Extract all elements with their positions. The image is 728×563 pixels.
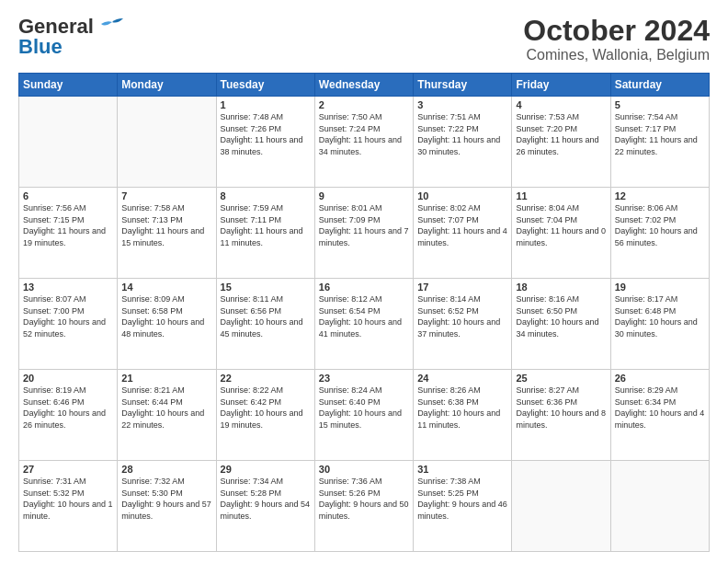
day-info: Sunrise: 8:27 AM Sunset: 6:36 PM Dayligh… [516, 385, 606, 431]
col-thursday: Thursday [414, 74, 512, 97]
day-cell: 9Sunrise: 8:01 AM Sunset: 7:09 PM Daylig… [314, 188, 413, 279]
day-cell: 14Sunrise: 8:09 AM Sunset: 6:58 PM Dayli… [118, 279, 216, 370]
day-number: 30 [319, 464, 409, 475]
day-info: Sunrise: 8:06 AM Sunset: 7:02 PM Dayligh… [615, 202, 705, 248]
day-info: Sunrise: 7:53 AM Sunset: 7:20 PM Dayligh… [516, 111, 606, 157]
day-cell [610, 461, 709, 552]
day-info: Sunrise: 8:04 AM Sunset: 7:04 PM Dayligh… [516, 202, 606, 248]
logo-blue: Blue [18, 35, 63, 59]
week-row-1: 1Sunrise: 7:48 AM Sunset: 7:26 PM Daylig… [19, 97, 710, 188]
day-cell: 2Sunrise: 7:50 AM Sunset: 7:24 PM Daylig… [314, 97, 413, 188]
day-cell: 3Sunrise: 7:51 AM Sunset: 7:22 PM Daylig… [414, 97, 512, 188]
day-cell: 25Sunrise: 8:27 AM Sunset: 6:36 PM Dayli… [512, 370, 610, 461]
day-cell: 31Sunrise: 7:38 AM Sunset: 5:25 PM Dayli… [414, 461, 512, 552]
day-info: Sunrise: 8:24 AM Sunset: 6:40 PM Dayligh… [319, 385, 409, 431]
day-number: 20 [23, 373, 113, 384]
day-number: 19 [615, 282, 705, 293]
week-row-5: 27Sunrise: 7:31 AM Sunset: 5:32 PM Dayli… [19, 461, 710, 552]
calendar-table: Sunday Monday Tuesday Wednesday Thursday… [18, 73, 710, 552]
day-info: Sunrise: 7:31 AM Sunset: 5:32 PM Dayligh… [23, 476, 113, 522]
day-number: 27 [23, 464, 113, 475]
day-cell: 20Sunrise: 8:19 AM Sunset: 6:46 PM Dayli… [19, 370, 118, 461]
day-number: 25 [516, 373, 606, 384]
day-info: Sunrise: 8:09 AM Sunset: 6:58 PM Dayligh… [121, 293, 211, 339]
day-cell: 15Sunrise: 8:11 AM Sunset: 6:56 PM Dayli… [216, 279, 314, 370]
day-info: Sunrise: 7:36 AM Sunset: 5:26 PM Dayligh… [319, 476, 409, 522]
col-tuesday: Tuesday [216, 74, 314, 97]
day-cell: 26Sunrise: 8:29 AM Sunset: 6:34 PM Dayli… [610, 370, 709, 461]
week-row-3: 13Sunrise: 8:07 AM Sunset: 7:00 PM Dayli… [19, 279, 710, 370]
day-number: 29 [221, 464, 311, 475]
day-cell: 18Sunrise: 8:16 AM Sunset: 6:50 PM Dayli… [512, 279, 610, 370]
day-number: 10 [417, 190, 507, 201]
day-cell [118, 97, 216, 188]
page: General Blue October 2024 Comines, Wallo… [0, 0, 728, 563]
day-cell: 11Sunrise: 8:04 AM Sunset: 7:04 PM Dayli… [512, 188, 610, 279]
logo: General Blue [18, 15, 125, 59]
day-info: Sunrise: 8:26 AM Sunset: 6:38 PM Dayligh… [417, 385, 507, 431]
col-monday: Monday [118, 74, 216, 97]
day-cell: 8Sunrise: 7:59 AM Sunset: 7:11 PM Daylig… [216, 188, 314, 279]
day-info: Sunrise: 7:32 AM Sunset: 5:30 PM Dayligh… [121, 476, 211, 522]
day-cell: 22Sunrise: 8:22 AM Sunset: 6:42 PM Dayli… [216, 370, 314, 461]
day-number: 4 [516, 99, 606, 110]
day-info: Sunrise: 8:17 AM Sunset: 6:48 PM Dayligh… [615, 293, 705, 339]
day-number: 12 [615, 190, 705, 201]
day-cell: 1Sunrise: 7:48 AM Sunset: 7:26 PM Daylig… [216, 97, 314, 188]
day-info: Sunrise: 8:29 AM Sunset: 6:34 PM Dayligh… [615, 385, 705, 431]
day-cell: 19Sunrise: 8:17 AM Sunset: 6:48 PM Dayli… [610, 279, 709, 370]
day-info: Sunrise: 7:34 AM Sunset: 5:28 PM Dayligh… [221, 476, 311, 522]
day-number: 3 [417, 99, 507, 110]
week-row-4: 20Sunrise: 8:19 AM Sunset: 6:46 PM Dayli… [19, 370, 710, 461]
col-wednesday: Wednesday [314, 74, 413, 97]
day-info: Sunrise: 7:48 AM Sunset: 7:26 PM Dayligh… [221, 111, 311, 157]
day-cell: 10Sunrise: 8:02 AM Sunset: 7:07 PM Dayli… [414, 188, 512, 279]
day-cell: 13Sunrise: 8:07 AM Sunset: 7:00 PM Dayli… [19, 279, 118, 370]
day-info: Sunrise: 7:54 AM Sunset: 7:17 PM Dayligh… [615, 111, 705, 157]
day-info: Sunrise: 7:50 AM Sunset: 7:24 PM Dayligh… [319, 111, 409, 157]
day-number: 28 [121, 464, 211, 475]
logo-bird-icon [97, 17, 125, 37]
day-number: 14 [121, 282, 211, 293]
calendar-subtitle: Comines, Wallonia, Belgium [523, 47, 710, 63]
day-info: Sunrise: 8:01 AM Sunset: 7:09 PM Dayligh… [319, 202, 409, 248]
day-number: 11 [516, 190, 606, 201]
day-cell: 28Sunrise: 7:32 AM Sunset: 5:30 PM Dayli… [118, 461, 216, 552]
day-cell: 30Sunrise: 7:36 AM Sunset: 5:26 PM Dayli… [314, 461, 413, 552]
day-info: Sunrise: 8:12 AM Sunset: 6:54 PM Dayligh… [319, 293, 409, 339]
day-number: 5 [615, 99, 705, 110]
day-number: 18 [516, 282, 606, 293]
day-cell: 4Sunrise: 7:53 AM Sunset: 7:20 PM Daylig… [512, 97, 610, 188]
day-number: 23 [319, 373, 409, 384]
day-cell [19, 97, 118, 188]
day-info: Sunrise: 8:16 AM Sunset: 6:50 PM Dayligh… [516, 293, 606, 339]
day-number: 26 [615, 373, 705, 384]
day-cell: 24Sunrise: 8:26 AM Sunset: 6:38 PM Dayli… [414, 370, 512, 461]
day-cell: 7Sunrise: 7:58 AM Sunset: 7:13 PM Daylig… [118, 188, 216, 279]
day-info: Sunrise: 8:11 AM Sunset: 6:56 PM Dayligh… [221, 293, 311, 339]
day-number: 13 [23, 282, 113, 293]
day-number: 16 [319, 282, 409, 293]
day-number: 22 [221, 373, 311, 384]
day-number: 15 [221, 282, 311, 293]
day-number: 2 [319, 99, 409, 110]
day-number: 1 [221, 99, 311, 110]
calendar-header-row: Sunday Monday Tuesday Wednesday Thursday… [19, 74, 710, 97]
day-number: 17 [417, 282, 507, 293]
day-info: Sunrise: 8:21 AM Sunset: 6:44 PM Dayligh… [121, 385, 211, 431]
col-friday: Friday [512, 74, 610, 97]
calendar-title: October 2024 [523, 15, 710, 47]
day-cell: 27Sunrise: 7:31 AM Sunset: 5:32 PM Dayli… [19, 461, 118, 552]
col-sunday: Sunday [19, 74, 118, 97]
day-cell: 29Sunrise: 7:34 AM Sunset: 5:28 PM Dayli… [216, 461, 314, 552]
day-cell: 6Sunrise: 7:56 AM Sunset: 7:15 PM Daylig… [19, 188, 118, 279]
day-info: Sunrise: 8:07 AM Sunset: 7:00 PM Dayligh… [23, 293, 113, 339]
day-number: 9 [319, 190, 409, 201]
day-info: Sunrise: 7:56 AM Sunset: 7:15 PM Dayligh… [23, 202, 113, 248]
day-number: 6 [23, 190, 113, 201]
day-cell: 17Sunrise: 8:14 AM Sunset: 6:52 PM Dayli… [414, 279, 512, 370]
day-cell: 21Sunrise: 8:21 AM Sunset: 6:44 PM Dayli… [118, 370, 216, 461]
day-info: Sunrise: 7:59 AM Sunset: 7:11 PM Dayligh… [221, 202, 311, 248]
day-info: Sunrise: 8:02 AM Sunset: 7:07 PM Dayligh… [417, 202, 507, 248]
day-cell: 12Sunrise: 8:06 AM Sunset: 7:02 PM Dayli… [610, 188, 709, 279]
